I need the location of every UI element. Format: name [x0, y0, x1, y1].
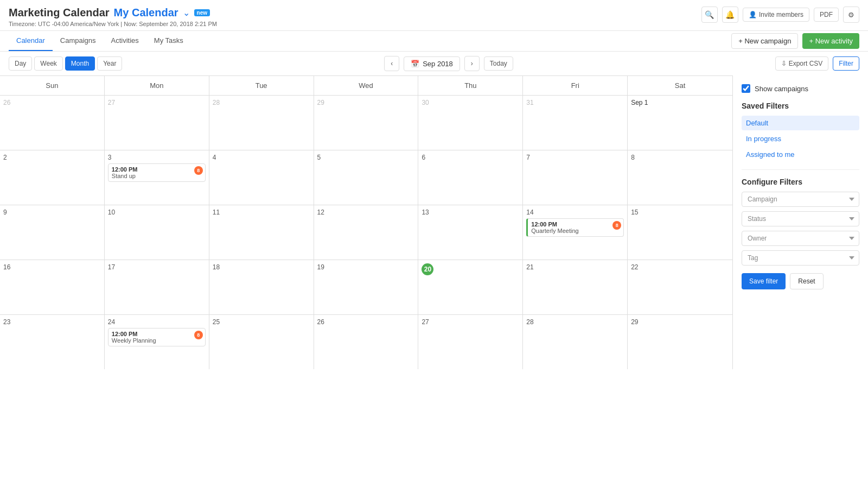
- date-label: 28: [526, 318, 624, 326]
- sidebar-divider: [742, 169, 859, 170]
- date-label: 14: [526, 209, 624, 216]
- cell-sep-1[interactable]: Sep 1: [628, 96, 732, 150]
- filter-item-assigned-to-me[interactable]: Assigned to me: [742, 147, 859, 162]
- save-filter-button[interactable]: Save filter: [742, 273, 786, 289]
- cell-sep-25[interactable]: 25: [209, 315, 314, 369]
- day-header-wed: Wed: [314, 76, 419, 95]
- calendar-week-2: 2 3 12:00 PM Stand up 8 4 5 6 7 8: [0, 150, 732, 205]
- filter-item-default[interactable]: Default: [742, 116, 859, 130]
- cell-sep-23[interactable]: 23: [0, 315, 105, 369]
- nav-tabs-left: Calendar Campaigns Activities My Tasks: [9, 31, 191, 51]
- cell-aug-31[interactable]: 31: [523, 96, 628, 150]
- cell-sep-9[interactable]: 9: [0, 205, 105, 260]
- date-label: 5: [317, 154, 415, 161]
- filter-item-in-progress[interactable]: In progress: [742, 131, 859, 146]
- day-header-mon: Mon: [105, 76, 209, 95]
- cell-sep-22[interactable]: 22: [628, 260, 732, 314]
- view-year-button[interactable]: Year: [97, 56, 122, 71]
- tab-calendar[interactable]: Calendar: [9, 31, 53, 51]
- cell-sep-2[interactable]: 2: [0, 150, 105, 205]
- day-header-sun: Sun: [0, 76, 105, 95]
- export-icon: ⇩: [781, 60, 787, 67]
- cell-sep-29[interactable]: 29: [628, 315, 732, 369]
- cell-sep-13[interactable]: 13: [418, 205, 523, 260]
- nav-tabs: Calendar Campaigns Activities My Tasks +…: [0, 31, 868, 52]
- date-label: 7: [526, 154, 624, 161]
- tab-campaigns[interactable]: Campaigns: [53, 31, 104, 51]
- tag-filter-select[interactable]: Tag: [742, 250, 859, 266]
- show-campaigns-checkbox[interactable]: [742, 84, 750, 93]
- cell-sep-20[interactable]: 20: [418, 260, 523, 314]
- calendar-week-4: 16 17 18 19 20 21 22: [0, 260, 732, 315]
- tab-activities[interactable]: Activities: [104, 31, 146, 51]
- date-label: 17: [108, 263, 206, 271]
- tab-my-tasks[interactable]: My Tasks: [146, 31, 191, 51]
- cell-sep-11[interactable]: 11: [209, 205, 314, 260]
- cell-aug-26[interactable]: 26: [0, 96, 105, 150]
- calendar-week-3: 9 10 11 12 13 14 12:00 PM Quarterly Meet…: [0, 205, 732, 260]
- search-button[interactable]: 🔍: [701, 7, 718, 23]
- day-header-sat: Sat: [628, 76, 732, 95]
- filter-actions: Save filter Reset: [742, 273, 859, 289]
- cell-sep-10[interactable]: 10: [105, 205, 209, 260]
- status-filter-select[interactable]: Status: [742, 211, 859, 226]
- today-button[interactable]: Today: [484, 56, 513, 71]
- month-navigator: ‹ 📅 Sep 2018 › Today: [384, 56, 513, 71]
- cell-aug-29[interactable]: 29: [314, 96, 419, 150]
- date-label: 27: [108, 99, 206, 106]
- reset-filter-button[interactable]: Reset: [790, 273, 823, 289]
- cell-sep-28[interactable]: 28: [523, 315, 628, 369]
- view-day-button[interactable]: Day: [9, 56, 32, 71]
- cell-sep-16[interactable]: 16: [0, 260, 105, 314]
- next-month-button[interactable]: ›: [464, 56, 480, 71]
- cell-aug-30[interactable]: 30: [418, 96, 523, 150]
- cell-sep-15[interactable]: 15: [628, 205, 732, 260]
- view-month-button[interactable]: Month: [65, 56, 95, 71]
- cell-sep-26[interactable]: 26: [314, 315, 419, 369]
- date-label: 18: [213, 263, 310, 271]
- cell-sep-3[interactable]: 3 12:00 PM Stand up 8: [105, 150, 209, 205]
- cell-sep-24[interactable]: 24 12:00 PM Weekly Planning 8: [105, 315, 209, 369]
- chevron-down-icon[interactable]: ⌄: [183, 8, 190, 18]
- event-weekly-planning[interactable]: 12:00 PM Weekly Planning 8: [108, 328, 206, 346]
- campaign-filter-select[interactable]: Campaign: [742, 192, 859, 207]
- cell-sep-4[interactable]: 4: [209, 150, 314, 205]
- date-label: 29: [317, 99, 415, 106]
- new-activity-button[interactable]: + New activity: [802, 33, 859, 49]
- cell-aug-27[interactable]: 27: [105, 96, 209, 150]
- cell-sep-8[interactable]: 8: [628, 150, 732, 205]
- cell-sep-7[interactable]: 7: [523, 150, 628, 205]
- event-title: Stand up: [112, 173, 202, 179]
- event-quarterly-meeting[interactable]: 12:00 PM Quarterly Meeting 8: [526, 218, 624, 237]
- invite-members-button[interactable]: 👤 Invite members: [743, 8, 809, 22]
- cell-sep-6[interactable]: 6: [418, 150, 523, 205]
- date-label: 28: [213, 99, 310, 106]
- new-campaign-button[interactable]: + New campaign: [731, 33, 798, 49]
- notifications-button[interactable]: 🔔: [722, 7, 738, 23]
- event-time: 12:00 PM: [112, 166, 202, 173]
- cell-sep-17[interactable]: 17: [105, 260, 209, 314]
- cell-sep-18[interactable]: 18: [209, 260, 314, 314]
- cell-aug-28[interactable]: 28: [209, 96, 314, 150]
- filter-button[interactable]: Filter: [833, 56, 859, 71]
- cell-sep-14[interactable]: 14 12:00 PM Quarterly Meeting 8: [523, 205, 628, 260]
- day-header-tue: Tue: [209, 76, 314, 95]
- show-campaigns-toggle[interactable]: Show campaigns: [742, 84, 859, 93]
- cell-sep-5[interactable]: 5: [314, 150, 419, 205]
- owner-filter-select[interactable]: Owner: [742, 231, 859, 246]
- settings-button[interactable]: ⚙: [843, 7, 859, 23]
- cell-sep-27[interactable]: 27: [418, 315, 523, 369]
- pdf-button[interactable]: PDF: [814, 8, 839, 22]
- date-label: 21: [526, 263, 624, 271]
- prev-month-button[interactable]: ‹: [384, 56, 399, 71]
- cell-sep-12[interactable]: 12: [314, 205, 419, 260]
- cell-sep-19[interactable]: 19: [314, 260, 419, 314]
- date-label: Sep 1: [631, 99, 729, 106]
- header: Marketing Calendar My Calendar ⌄ new Tim…: [0, 0, 868, 31]
- calendar-week-5: 23 24 12:00 PM Weekly Planning 8 25 26 2…: [0, 315, 732, 369]
- export-csv-button[interactable]: ⇩ Export CSV: [775, 56, 829, 71]
- view-week-button[interactable]: Week: [34, 56, 62, 71]
- cell-sep-21[interactable]: 21: [523, 260, 628, 314]
- date-label: 29: [631, 318, 729, 326]
- event-standup[interactable]: 12:00 PM Stand up 8: [108, 163, 206, 182]
